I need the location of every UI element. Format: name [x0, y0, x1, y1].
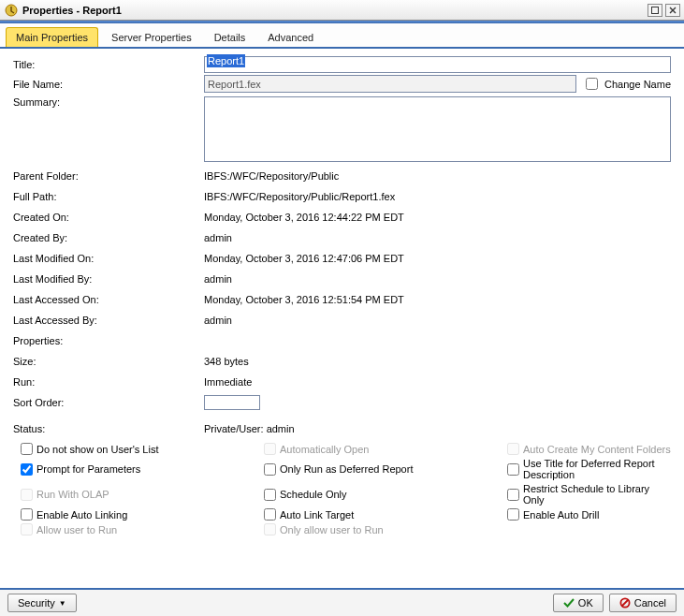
chk-do-not-show[interactable]: Do not show on User's List [21, 443, 264, 455]
svg-line-3 [622, 600, 628, 606]
chk-enable-auto-linking[interactable]: Enable Auto Linking [21, 508, 264, 521]
status-label: Status: [13, 423, 204, 434]
svg-rect-1 [652, 7, 659, 13]
chk-only-allow-user-run: Only allow user to Run [264, 523, 507, 535]
full-path-label: Full Path: [13, 191, 204, 202]
security-button[interactable]: Security ▼ [7, 594, 77, 612]
title-label: Title: [13, 59, 204, 70]
properties-label: Properties: [13, 335, 204, 346]
created-on-label: Created On: [13, 212, 204, 223]
created-by-label: Created By: [13, 232, 204, 243]
last-accessed-by-value: admin [204, 315, 671, 326]
check-icon [563, 597, 575, 609]
created-by-value: admin [204, 232, 671, 243]
chk-automatically-open: Automatically Open [264, 443, 507, 455]
status-value: Private/User: admin [204, 423, 671, 434]
size-value: 348 bytes [204, 356, 671, 367]
change-name-checkbox[interactable] [586, 78, 598, 90]
last-accessed-on-value: Monday, October 3, 2016 12:51:54 PM EDT [204, 294, 671, 305]
summary-label: Summary: [13, 96, 204, 108]
last-modified-by-label: Last Modified By: [13, 273, 204, 285]
ok-button[interactable]: OK [553, 594, 604, 612]
tab-details[interactable]: Details [205, 28, 255, 47]
last-modified-on-label: Last Modified On: [13, 253, 204, 264]
title-selection: Report1 [207, 54, 245, 67]
filename-input [204, 75, 576, 93]
filename-label: File Name: [13, 79, 204, 90]
app-icon [4, 3, 19, 18]
tab-bar: Main Properties Server Properties Detail… [0, 23, 684, 49]
chk-allow-user-run: Allow user to Run [21, 523, 264, 535]
chk-schedule-only[interactable]: Schedule Only [264, 483, 507, 506]
sort-order-label: Sort Order: [13, 397, 204, 408]
chk-enable-auto-drill[interactable]: Enable Auto Drill [507, 508, 671, 521]
created-on-value: Monday, October 3, 2016 12:44:22 PM EDT [204, 212, 671, 223]
chevron-down-icon: ▼ [59, 599, 66, 608]
chk-run-olap: Run With OLAP [21, 483, 264, 506]
cancel-icon [619, 597, 631, 609]
summary-textarea[interactable] [204, 96, 671, 162]
parent-folder-label: Parent Folder: [13, 170, 204, 182]
change-name-label: Change Name [604, 79, 671, 90]
close-button[interactable] [665, 4, 680, 17]
last-accessed-on-label: Last Accessed On: [13, 294, 204, 305]
tab-main-properties[interactable]: Main Properties [6, 27, 98, 47]
run-value: Immediate [204, 376, 671, 388]
full-path-value: IBFS:/WFC/Repository/Public/Report1.fex [204, 191, 671, 202]
window-title: Properties - Report1 [22, 5, 645, 16]
title-bar: Properties - Report1 [0, 0, 684, 21]
main-content: Title: Report1 File Name: Change Name Su… [0, 49, 684, 592]
change-name-checkbox-wrap[interactable]: Change Name [582, 75, 671, 93]
chk-use-title-deferred[interactable]: Use Title for Deferred Report Descriptio… [507, 458, 671, 480]
cancel-button[interactable]: Cancel [609, 594, 677, 612]
tab-server-properties[interactable]: Server Properties [102, 28, 201, 47]
last-modified-on-value: Monday, October 3, 2016 12:47:06 PM EDT [204, 253, 671, 264]
chk-auto-link-target[interactable]: Auto Link Target [264, 508, 507, 521]
title-input[interactable] [204, 56, 671, 73]
parent-folder-value: IBFS:/WFC/Repository/Public [204, 170, 671, 182]
bottom-bar: Security ▼ OK Cancel [0, 588, 684, 616]
chk-only-deferred[interactable]: Only Run as Deferred Report [264, 458, 507, 480]
options-grid: Do not show on User's List Automatically… [21, 443, 671, 535]
last-modified-by-value: admin [204, 273, 671, 285]
chk-auto-create-folders: Auto Create My Content Folders [507, 443, 671, 455]
chk-restrict-library[interactable]: Restrict Schedule to Library Only [507, 483, 671, 506]
sort-order-input[interactable] [204, 395, 260, 410]
last-accessed-by-label: Last Accessed By: [13, 315, 204, 326]
chk-prompt-parameters[interactable]: Prompt for Parameters [21, 458, 264, 480]
run-label: Run: [13, 376, 204, 388]
tab-advanced[interactable]: Advanced [258, 28, 323, 47]
size-label: Size: [13, 356, 204, 367]
maximize-button[interactable] [648, 4, 662, 17]
